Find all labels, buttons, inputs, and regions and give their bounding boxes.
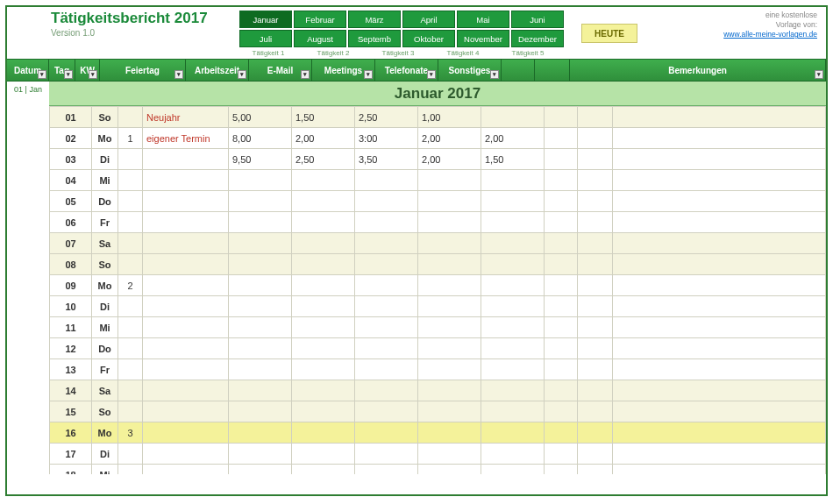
filter-icon[interactable]: ▾ — [427, 70, 436, 79]
cell[interactable] — [481, 401, 545, 422]
filter-icon[interactable]: ▾ — [89, 70, 97, 79]
month-button-november[interactable]: November — [457, 30, 509, 47]
cell[interactable] — [481, 275, 545, 296]
cell[interactable]: 17 — [50, 444, 92, 465]
filter-icon[interactable]: ▾ — [174, 70, 183, 79]
cell[interactable]: Neujahr — [143, 107, 229, 128]
cell[interactable] — [292, 212, 355, 233]
cell[interactable] — [355, 317, 418, 338]
cell[interactable] — [292, 170, 355, 191]
col-email[interactable]: E-Mail▾ — [249, 60, 312, 81]
col-telefonate[interactable]: Telefonate▾ — [375, 60, 438, 81]
cell[interactable]: Di — [92, 149, 118, 170]
cell[interactable] — [418, 212, 481, 233]
cell[interactable]: 18 — [50, 465, 92, 475]
table-row[interactable]: 10Di — [50, 296, 826, 317]
cell[interactable] — [118, 233, 143, 254]
cell[interactable] — [578, 317, 613, 338]
cell[interactable] — [118, 338, 143, 359]
cell[interactable]: Mi — [92, 170, 118, 191]
cell[interactable] — [545, 275, 578, 296]
month-button-januar[interactable]: Januar — [239, 11, 292, 28]
cell[interactable]: 09 — [50, 275, 92, 296]
cell[interactable] — [578, 233, 613, 254]
table-row[interactable]: 14Sa — [50, 380, 826, 401]
month-button-februar[interactable]: Februar — [294, 11, 346, 28]
cell[interactable] — [418, 380, 481, 401]
cell[interactable] — [578, 401, 613, 422]
cell[interactable]: 5,00 — [229, 107, 292, 128]
cell[interactable] — [481, 317, 545, 338]
cell[interactable] — [481, 380, 545, 401]
month-button-dezember[interactable]: Dezember — [511, 30, 564, 47]
table-row[interactable]: 11Mi — [50, 317, 826, 338]
cell[interactable] — [578, 444, 613, 465]
cell[interactable] — [613, 275, 826, 296]
cell[interactable] — [578, 465, 613, 475]
col-bemerkungen[interactable]: Bemerkungen▾ — [570, 60, 826, 81]
cell[interactable]: 3 — [118, 422, 143, 444]
cell[interactable] — [578, 149, 613, 170]
cell[interactable] — [292, 401, 355, 422]
cell[interactable] — [143, 275, 229, 296]
cell[interactable] — [355, 444, 418, 465]
col-datum[interactable]: Datum▾ — [7, 60, 49, 81]
cell[interactable] — [418, 275, 481, 296]
cell[interactable]: Sa — [92, 380, 118, 401]
cell[interactable]: 8,00 — [229, 128, 292, 149]
cell[interactable]: Sa — [92, 233, 118, 254]
cell[interactable] — [143, 338, 229, 359]
cell[interactable] — [545, 359, 578, 380]
cell[interactable] — [292, 233, 355, 254]
cell[interactable]: 16 — [50, 422, 92, 444]
cell[interactable] — [613, 149, 826, 170]
cell[interactable] — [292, 444, 355, 465]
cell[interactable] — [292, 465, 355, 475]
cell[interactable] — [355, 275, 418, 296]
cell[interactable]: 15 — [50, 401, 92, 422]
cell[interactable] — [613, 465, 826, 475]
cell[interactable]: So — [92, 401, 118, 422]
cell[interactable] — [613, 254, 826, 275]
cell[interactable] — [229, 212, 292, 233]
cell[interactable] — [229, 465, 292, 475]
cell[interactable] — [229, 275, 292, 296]
cell[interactable] — [418, 191, 481, 212]
cell[interactable] — [292, 338, 355, 359]
credit-link[interactable]: www.alle-meine-vorlagen.de — [723, 30, 817, 39]
cell[interactable] — [545, 212, 578, 233]
cell[interactable] — [545, 170, 578, 191]
cell[interactable]: Mi — [92, 465, 118, 475]
cell[interactable]: 9,50 — [229, 149, 292, 170]
cell[interactable] — [118, 107, 143, 128]
cell[interactable]: 2,00 — [481, 128, 545, 149]
table-row[interactable]: 01SoNeujahr5,001,502,501,00 — [50, 107, 826, 128]
cell[interactable] — [229, 191, 292, 212]
cell[interactable] — [355, 338, 418, 359]
cell[interactable] — [118, 465, 143, 475]
col-feiertag[interactable]: Feiertag▾ — [100, 60, 186, 81]
cell[interactable] — [118, 380, 143, 401]
month-button-septemb[interactable]: Septemb — [348, 30, 401, 47]
cell[interactable] — [613, 317, 826, 338]
filter-icon[interactable]: ▾ — [301, 70, 310, 79]
cell[interactable] — [118, 254, 143, 275]
cell[interactable] — [418, 444, 481, 465]
cell[interactable] — [545, 338, 578, 359]
cell[interactable] — [545, 465, 578, 475]
filter-icon[interactable]: ▾ — [38, 70, 46, 79]
cell[interactable] — [118, 317, 143, 338]
table-row[interactable]: 18Mi — [50, 465, 826, 475]
cell[interactable]: Do — [92, 338, 118, 359]
cell[interactable]: 2,50 — [292, 149, 355, 170]
cell[interactable] — [481, 107, 545, 128]
cell[interactable] — [355, 170, 418, 191]
cell[interactable] — [418, 422, 481, 444]
cell[interactable] — [229, 233, 292, 254]
col-sonstiges[interactable]: Sonstiges▾ — [438, 60, 502, 81]
cell[interactable] — [292, 380, 355, 401]
cell[interactable]: Di — [92, 444, 118, 465]
cell[interactable] — [578, 254, 613, 275]
cell[interactable] — [355, 465, 418, 475]
cell[interactable]: Fr — [92, 212, 118, 233]
